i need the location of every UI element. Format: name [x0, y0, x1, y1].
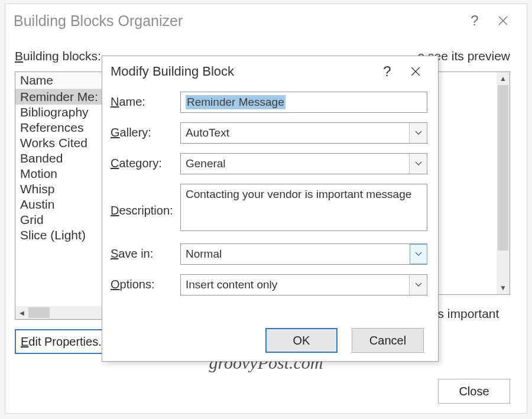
child-titlebar: Modify Building Block ? — [102, 56, 438, 87]
scroll-down-icon[interactable]: ▼ — [497, 281, 510, 294]
description-label: Description: — [111, 200, 180, 217]
list-horizontal-scrollbar[interactable]: ◄ ► — [15, 306, 115, 319]
chevron-down-icon[interactable] — [409, 275, 427, 295]
preview-description: r is important — [427, 307, 510, 321]
ok-button[interactable]: OK — [265, 328, 338, 353]
category-label: Category: — [111, 153, 180, 170]
gallery-label: Gallery: — [111, 122, 180, 139]
gallery-combo[interactable]: AutoText — [180, 122, 427, 144]
building-blocks-list[interactable]: Name Reminder Me: Bibliography Reference… — [15, 72, 115, 320]
category-combo[interactable]: General — [180, 153, 427, 174]
savein-label: Save in: — [111, 243, 180, 261]
chevron-down-icon[interactable] — [410, 244, 427, 264]
parent-titlebar: Building Blocks Organizer ? — [5, 4, 527, 37]
savein-combo[interactable]: Normal — [180, 243, 427, 265]
close-button[interactable]: Close — [438, 379, 510, 404]
building-blocks-label: Building blocks: — [15, 49, 101, 63]
scroll-left-icon[interactable]: ◄ — [15, 308, 28, 317]
close-icon[interactable] — [489, 7, 517, 35]
list-item[interactable]: Grid — [15, 212, 115, 228]
help-icon[interactable]: ? — [460, 7, 489, 35]
scroll-up-icon[interactable]: ▲ — [497, 72, 510, 85]
scrollbar-track[interactable] — [497, 85, 510, 281]
list-item[interactable]: Whisp — [15, 181, 115, 197]
scrollbar-thumb[interactable] — [498, 85, 508, 251]
list-item[interactable]: Austin — [15, 197, 115, 212]
list-item[interactable]: Bibliography — [15, 105, 115, 120]
help-icon[interactable]: ? — [373, 57, 401, 86]
name-input[interactable]: Reminder Message — [180, 92, 427, 113]
gallery-value: AutoText — [181, 126, 409, 139]
list-item[interactable]: Motion — [15, 166, 115, 181]
list-item[interactable]: Banded — [15, 151, 115, 166]
list-item[interactable]: Slice (Light) — [15, 228, 115, 243]
scrollbar-track[interactable] — [28, 306, 102, 319]
list-item[interactable]: References — [15, 120, 115, 135]
edit-properties-button[interactable]: Edit Properties. — [15, 329, 115, 354]
preview-pane: ▲ ▼ — [434, 72, 510, 295]
cancel-button[interactable]: Cancel — [352, 328, 424, 353]
scrollbar-thumb[interactable] — [28, 307, 50, 318]
list-column-name[interactable]: Name — [15, 72, 115, 89]
name-label: Name: — [111, 92, 180, 109]
child-body: Name: Reminder Message Gallery: AutoText… — [111, 92, 427, 326]
parent-dialog-title: Building Blocks Organizer — [14, 12, 460, 30]
chevron-down-icon[interactable] — [409, 154, 427, 174]
list-item[interactable]: Reminder Me: — [15, 89, 115, 105]
savein-value: Normal — [181, 248, 410, 261]
close-icon[interactable] — [401, 57, 430, 86]
options-combo[interactable]: Insert content only — [180, 274, 427, 295]
description-input[interactable] — [180, 184, 427, 231]
modify-building-block-dialog: Modify Building Block ? Name: Reminder M… — [102, 56, 439, 362]
options-label: Options: — [111, 274, 180, 291]
chevron-down-icon[interactable] — [409, 123, 427, 143]
preview-vertical-scrollbar[interactable]: ▲ ▼ — [497, 72, 510, 294]
dialog-buttons: OK Cancel — [265, 328, 424, 353]
options-value: Insert content only — [181, 278, 409, 291]
child-dialog-title: Modify Building Block — [111, 64, 373, 79]
list-item[interactable]: Works Cited — [15, 135, 115, 151]
category-value: General — [181, 157, 409, 170]
name-input-value: Reminder Message — [186, 95, 286, 109]
